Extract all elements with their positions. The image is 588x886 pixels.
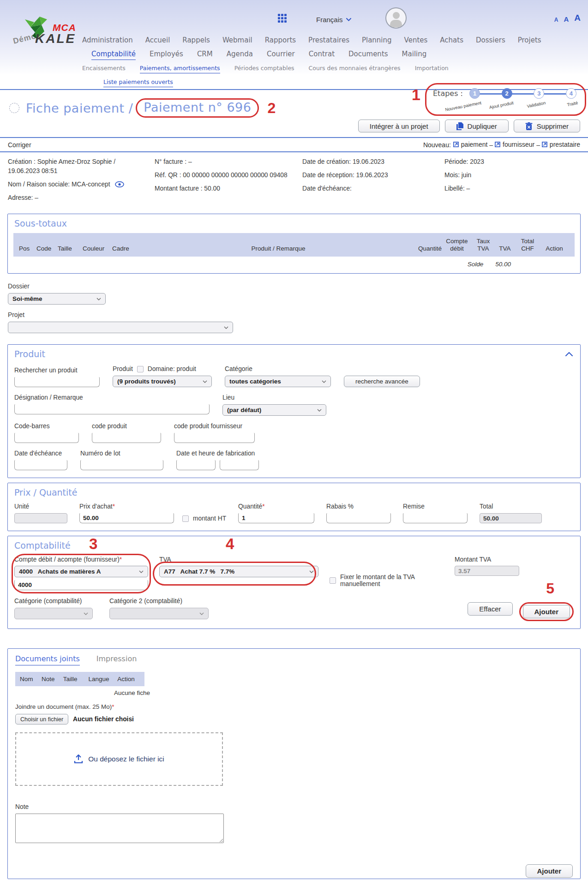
- column-header: Langue: [89, 676, 118, 682]
- fabrication-date-input[interactable]: [176, 460, 216, 470]
- prix-achat-input[interactable]: [79, 513, 174, 523]
- remise-input[interactable]: [403, 513, 468, 523]
- font-size-medium[interactable]: A: [564, 15, 569, 23]
- nav-item[interactable]: Rappels: [182, 36, 210, 46]
- nav-item[interactable]: Encaissements: [82, 65, 126, 73]
- step: 3 Validation: [534, 88, 544, 99]
- choose-file-button[interactable]: Choisir un fichier: [15, 714, 68, 724]
- nav-item[interactable]: Prestataires: [308, 36, 349, 46]
- chevron-down-icon: [322, 380, 326, 383]
- page: Démo MCA KALE Français AAA: [0, 0, 588, 886]
- ajouter-button[interactable]: Ajouter: [523, 605, 570, 618]
- nav-item[interactable]: Planning: [362, 36, 392, 46]
- section-documents-joints: Documents joints Impression NomNoteTaill…: [7, 648, 581, 879]
- lot-number-input[interactable]: [80, 460, 163, 470]
- eye-icon[interactable]: [115, 181, 124, 187]
- product-search-input[interactable]: [14, 377, 100, 387]
- note-textarea[interactable]: [15, 814, 224, 843]
- compte-debit-input[interactable]: [14, 580, 148, 590]
- fabrication-time-input[interactable]: [220, 460, 259, 470]
- duplicate-button[interactable]: Dupliquer: [445, 120, 509, 132]
- nav-item[interactable]: Administration: [82, 36, 133, 46]
- user-avatar[interactable]: [385, 7, 407, 29]
- montant-ht-checkbox[interactable]: [182, 515, 189, 522]
- collapse-chevron-up-icon[interactable]: [565, 352, 573, 356]
- font-size-large[interactable]: A: [574, 13, 581, 23]
- nav-item[interactable]: Documents: [348, 50, 388, 60]
- nav-item[interactable]: Périodes comptables: [234, 65, 294, 73]
- column-header: Quantité: [408, 245, 442, 252]
- nav-item[interactable]: Accueil: [145, 36, 170, 46]
- projet-select[interactable]: [8, 322, 233, 333]
- nav-item[interactable]: Ventes: [404, 36, 428, 46]
- nav-item[interactable]: Achats: [440, 36, 463, 46]
- nouveau-link[interactable]: paiement: [453, 141, 488, 148]
- categorie-compta-select[interactable]: [14, 608, 93, 619]
- tab-impression[interactable]: Impression: [96, 654, 137, 665]
- lieu-select[interactable]: (par défaut): [222, 404, 326, 416]
- nouveau-link[interactable]: prestataire: [542, 141, 580, 148]
- nav-item[interactable]: Comptabilité: [91, 50, 136, 60]
- annotation-2-box: Paiement n° 696: [136, 98, 259, 118]
- quantite-input[interactable]: [238, 513, 314, 523]
- nav-item[interactable]: Projets: [518, 36, 541, 46]
- nav-item[interactable]: Rapports: [265, 36, 296, 46]
- nouveau-link[interactable]: fournisseur: [495, 141, 534, 148]
- nav-item[interactable]: Agenda: [227, 50, 253, 60]
- product-search-label: Rechercher un produit: [14, 367, 100, 374]
- categorie2-compta-select[interactable]: [109, 608, 209, 619]
- step: 1 Nouveau paiement: [469, 88, 480, 99]
- section-title: Sous-totaux: [8, 214, 580, 233]
- produit-select[interactable]: (9 produits trouvés): [113, 376, 212, 387]
- tab-documents-joints[interactable]: Documents joints: [15, 654, 80, 665]
- chevron-down-icon: [84, 612, 88, 615]
- due-date-input[interactable]: [14, 460, 67, 470]
- effacer-button[interactable]: Effacer: [468, 602, 512, 616]
- step-label: Traité: [566, 100, 578, 107]
- main-nav-row2: ComptabilitéEmployésCRMAgendaCourrierCon…: [91, 50, 426, 60]
- compte-debit-select[interactable]: 4000 Achats de matières A: [14, 566, 148, 577]
- title-prefix: Fiche paiement /: [26, 101, 133, 115]
- copy-icon: [456, 122, 463, 130]
- product-code-input[interactable]: [92, 433, 161, 443]
- integrate-project-button[interactable]: Intégrer à un projet: [358, 120, 440, 132]
- record-status-circle: [9, 103, 19, 113]
- nav-item[interactable]: Mailing: [402, 50, 427, 60]
- advanced-search-button[interactable]: recherche avancée: [344, 376, 420, 387]
- new-window-icon: [542, 142, 547, 147]
- libelle-field: Libellé: –: [444, 185, 580, 193]
- dossier-select[interactable]: Soi-même: [8, 293, 106, 305]
- designation-input[interactable]: [14, 404, 210, 414]
- creation-date: 19.06.2023 08:51: [8, 167, 155, 175]
- delete-button[interactable]: Supprimer: [514, 120, 580, 132]
- nav-item[interactable]: Contrat: [309, 50, 335, 60]
- info-col-1: Création : Sophie Amez-Droz Sophie / 19.…: [8, 158, 155, 207]
- nav-item[interactable]: Importation: [415, 65, 449, 73]
- nav-item[interactable]: Dossiers: [476, 36, 505, 46]
- nav-item-liste-paiements-ouverts[interactable]: Liste paiements ouverts: [103, 78, 173, 87]
- chevron-down-icon: [346, 18, 351, 21]
- fix-tva-checkbox[interactable]: [330, 577, 336, 584]
- payment-info: Création : Sophie Amez-Droz Sophie / 19.…: [0, 152, 588, 207]
- chevron-down-icon: [96, 298, 101, 300]
- nav-item[interactable]: Cours des monnaies étrangères: [309, 65, 401, 73]
- nav-item[interactable]: Webmail: [222, 36, 252, 46]
- nav-item[interactable]: Courrier: [267, 50, 295, 60]
- nav-item[interactable]: Employés: [150, 50, 183, 60]
- add-document-button[interactable]: Ajouter: [526, 864, 573, 878]
- app-logo[interactable]: Démo MCA KALE: [13, 13, 87, 48]
- language-selector[interactable]: Français: [316, 16, 351, 24]
- font-size-small[interactable]: A: [554, 17, 558, 23]
- column-header: Nom: [20, 676, 42, 682]
- tva-select[interactable]: A77 Achat 7.7 % 7.7%: [159, 566, 318, 577]
- supplier-code-input[interactable]: [174, 433, 255, 443]
- nav-item[interactable]: Paiements, amortissements: [140, 65, 220, 73]
- rabais-input[interactable]: [326, 513, 391, 523]
- file-dropzone[interactable]: Ou déposez le fichier ici: [15, 732, 223, 786]
- categorie-select[interactable]: toutes catégories: [225, 376, 331, 387]
- apps-grid-icon[interactable]: [278, 14, 287, 23]
- domaine-produit-checkbox[interactable]: [137, 366, 144, 372]
- corriger-link[interactable]: Corriger: [8, 141, 31, 149]
- nav-item[interactable]: CRM: [197, 50, 213, 60]
- barcode-input[interactable]: [14, 433, 79, 443]
